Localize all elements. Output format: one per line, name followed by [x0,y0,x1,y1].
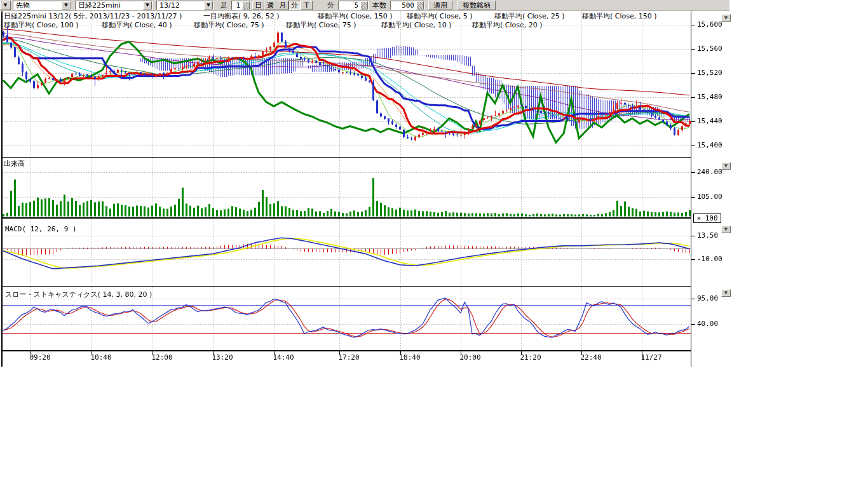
y-axis-tick-label: 105.00 [697,193,722,201]
x-axis-tick-label: 18:40 [392,354,428,362]
y-axis-tick-label: 13.50 [697,232,718,240]
y-axis-tick-label: 40.00 [697,320,718,328]
x-axis-tick-label: 09:20 [22,354,58,362]
x-axis-tick-label: 14:40 [266,354,301,362]
chart-application-window: ▼ 先物 ▼ 日経225mini ▼ 13/12 ▼ 足 1 日 週 月 分 T… [0,0,868,488]
y-axis-tick-label: -10.00 [697,255,722,263]
chart-canvas[interactable] [0,0,699,370]
volume-panel-label: 出来高 [4,159,25,168]
y-axis-tick-label: 15,600 [697,21,722,29]
chevron-down-icon: ▼ [724,290,728,295]
x-axis-tick-label: 12:00 [144,354,180,362]
x-axis-tick-label: 11/27 [634,354,669,362]
chevron-down-icon: ▼ [724,227,728,232]
x-axis-tick-label: 13:20 [205,354,240,362]
stoch-panel-dropdown-button[interactable]: ▼ [721,289,731,297]
y-axis-tick-label: 15,560 [697,45,722,53]
stoch-panel-label: スロー・ストキャスティクス( 14, 3, 80, 20 ) [5,290,152,299]
x-axis-tick-label: 20:00 [452,354,488,362]
macd-panel-label: MACD( 12, 26, 9 ) [5,225,77,233]
y-axis-tick-label: 15,480 [697,93,722,101]
y-axis-tick-label: 95.00 [697,295,718,302]
x-axis-tick-label: 17:20 [331,354,367,362]
volume-panel-dropdown-button[interactable]: ▼ [721,162,731,170]
y-axis-tick-label: 15,520 [697,69,722,77]
y-axis-tick-label: 240.00 [697,168,722,176]
y-axis-tick-label: 15,400 [697,142,722,149]
volume-multiplier-badge: × 100 [693,214,721,223]
macd-panel-dropdown-button[interactable]: ▼ [721,226,731,233]
chevron-down-icon: ▼ [724,163,728,168]
x-axis-tick-label: 10:40 [83,354,119,362]
chevron-down-icon: ▼ [724,15,728,20]
y-axis-tick-label: 15,440 [697,118,722,125]
x-axis-tick-label: 22:40 [573,354,609,362]
x-axis-tick-label: 21:20 [513,354,548,362]
price-panel-dropdown-button[interactable]: ▼ [721,14,731,22]
